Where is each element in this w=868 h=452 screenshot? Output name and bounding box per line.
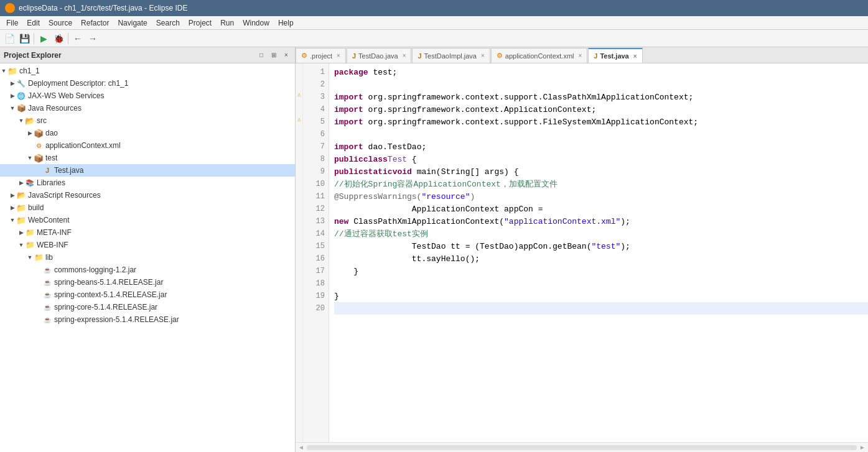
explorer-close[interactable]: ×: [281, 50, 291, 60]
tree-label-applicationContext: applicationContext.xml: [45, 141, 121, 150]
gutter-6: [296, 126, 302, 138]
tree-item-webcontent[interactable]: ▼📁WebContent: [0, 214, 295, 226]
tree-arrow-webcontent[interactable]: ▼: [9, 216, 16, 224]
jaxws-icon: 🌐: [16, 91, 26, 101]
tree-item-ch1_1[interactable]: ▼📁ch1_1: [0, 65, 295, 77]
menu-window[interactable]: Window: [239, 17, 273, 29]
tab-project-tab[interactable]: ⚙.project×: [296, 48, 346, 63]
menu-source[interactable]: Source: [45, 17, 76, 29]
menu-search[interactable]: Search: [152, 17, 184, 29]
jar-icon: ☕: [42, 265, 52, 275]
tab-close-project-tab[interactable]: ×: [337, 52, 340, 59]
menu-help[interactable]: Help: [274, 17, 297, 29]
tree-item-dao[interactable]: ▶📦dao: [0, 127, 295, 139]
tree-item-src[interactable]: ▼📂src: [0, 114, 295, 127]
horizontal-scrollbar[interactable]: ◄ ►: [296, 442, 868, 452]
tree-item-testjava[interactable]: JTest.java: [0, 164, 295, 177]
menu-refactor[interactable]: Refactor: [77, 17, 113, 29]
tree-item-libraries[interactable]: ▶📚Libraries: [0, 177, 295, 189]
code-line-8: public class Test {: [334, 153, 868, 165]
tree-item-lib[interactable]: ▼📁lib: [0, 251, 295, 264]
tab-close-appcontext-tab[interactable]: ×: [579, 52, 582, 59]
tree-item-deployment[interactable]: ▶🔧Deployment Descriptor: ch1_1: [0, 77, 295, 90]
line-number-19: 19: [303, 290, 329, 302]
xml-tab-icon: ⚙: [301, 52, 307, 60]
tree-arrow-src[interactable]: ▼: [17, 117, 25, 124]
tree-arrow-java-resources[interactable]: ▼: [9, 104, 16, 112]
code-line-16: tt.sayHello();: [334, 252, 868, 265]
tab-test-tab[interactable]: JTest.java×: [588, 48, 642, 63]
menu-navigate[interactable]: Navigate: [114, 17, 151, 29]
code-line-13: new ClassPathXmlApplicationContext("appl…: [334, 215, 868, 228]
tab-appcontext-tab[interactable]: ⚙applicationContext.xml×: [491, 48, 588, 63]
explorer-maximize[interactable]: ⊞: [269, 50, 279, 60]
tree-arrow-jaxws[interactable]: ▶: [9, 92, 16, 99]
package-icon: 📦: [34, 128, 44, 138]
gutter-14: [296, 225, 302, 238]
tree-arrow-web-inf[interactable]: ▼: [17, 241, 25, 249]
tree-item-spring-core[interactable]: ☕spring-core-5.1.4.RELEASE.jar: [0, 301, 295, 313]
tree-arrow-javascript-resources[interactable]: ▶: [9, 191, 16, 199]
code-line-19: }: [334, 290, 868, 302]
tree-arrow-ch1_1[interactable]: ▼: [0, 67, 7, 75]
code-editor[interactable]: ⚠⚠ 1234567891011121314151617181920 packa…: [296, 63, 868, 442]
toolbar-sep-1: [34, 33, 34, 44]
gutter-20: [296, 300, 302, 312]
tree-item-spring-expression[interactable]: ☕spring-expression-5.1.4.RELEASE.jar: [0, 313, 295, 326]
explorer-title: Project Explorer: [4, 51, 254, 60]
xml-icon: ⚙: [34, 141, 44, 150]
line-number-5: 5: [303, 116, 329, 128]
tree-label-meta-inf: META-INF: [37, 228, 72, 237]
code-content[interactable]: package test;import org.springframework.…: [329, 63, 868, 442]
forward-button[interactable]: →: [86, 32, 100, 45]
tab-label-appcontext-tab: applicationContext.xml: [505, 52, 574, 60]
tree-arrow-deployment[interactable]: ▶: [9, 80, 16, 87]
back-button[interactable]: ←: [71, 32, 85, 45]
tree-arrow-meta-inf[interactable]: ▶: [17, 229, 25, 236]
tab-close-testdao-tab[interactable]: ×: [403, 52, 406, 59]
tree-item-spring-beans[interactable]: ☕spring-beans-5.1.4.RELEASE.jar: [0, 276, 295, 288]
menu-project[interactable]: Project: [185, 17, 215, 29]
tree-item-test-pkg[interactable]: ▼📦test: [0, 152, 295, 164]
tree-item-web-inf[interactable]: ▼📁WEB-INF: [0, 239, 295, 251]
tree-item-java-resources[interactable]: ▼📦Java Resources: [0, 102, 295, 114]
debug-button[interactable]: 🐞: [52, 32, 65, 45]
libraries-icon: 📚: [25, 178, 35, 188]
left-gutter: ⚠⚠: [296, 63, 303, 442]
code-line-1: package test;: [334, 66, 868, 78]
explorer-minimize[interactable]: □: [256, 50, 266, 60]
jar-icon: ☕: [42, 315, 52, 325]
tab-label-testdao-tab: TestDao.java: [358, 52, 398, 60]
line-number-3: 3: [303, 91, 329, 103]
new-button[interactable]: 📄: [2, 32, 16, 45]
tab-testdaoimpl-tab[interactable]: JTestDaoImpl.java×: [412, 48, 490, 63]
tree-arrow-test-pkg[interactable]: ▼: [26, 154, 34, 162]
run-button[interactable]: ▶: [37, 32, 50, 45]
tree-item-javascript-resources[interactable]: ▶📂JavaScript Resources: [0, 189, 295, 201]
tab-close-test-tab[interactable]: ×: [633, 53, 637, 60]
code-line-3: import org.springframework.context.suppo…: [334, 91, 868, 103]
tree-item-build[interactable]: ▶📁build: [0, 201, 295, 214]
tab-testdao-tab[interactable]: JTestDao.java×: [347, 48, 412, 63]
resources-icon: 📦: [16, 103, 26, 113]
tree-item-applicationContext[interactable]: ⚙applicationContext.xml: [0, 139, 295, 152]
tree-arrow-libraries[interactable]: ▶: [17, 179, 25, 187]
tree-item-spring-context[interactable]: ☕spring-context-5.1.4.RELEASE.jar: [0, 288, 295, 301]
tree-arrow-build[interactable]: ▶: [9, 204, 16, 211]
webinf-icon: 📁: [25, 240, 35, 250]
menu-file[interactable]: File: [2, 17, 22, 29]
tree-arrow-dao[interactable]: ▶: [26, 129, 34, 137]
save-button[interactable]: 💾: [17, 32, 31, 45]
tab-label-project-tab: .project: [310, 52, 332, 60]
editor-area: ⚙.project×JTestDao.java×JTestDaoImpl.jav…: [296, 47, 868, 452]
menu-run[interactable]: Run: [217, 17, 238, 29]
gutter-10: [296, 175, 302, 188]
tab-close-testdaoimpl-tab[interactable]: ×: [481, 52, 485, 59]
gutter-2: [296, 76, 302, 88]
tree-item-jaxws[interactable]: ▶🌐JAX-WS Web Services: [0, 90, 295, 102]
tree-item-commons-logging[interactable]: ☕commons-logging-1.2.jar: [0, 264, 295, 276]
tree-arrow-lib[interactable]: ▼: [26, 254, 34, 261]
menu-edit[interactable]: Edit: [23, 17, 44, 29]
gutter-12: [296, 200, 302, 213]
tree-item-meta-inf[interactable]: ▶📁META-INF: [0, 226, 295, 239]
